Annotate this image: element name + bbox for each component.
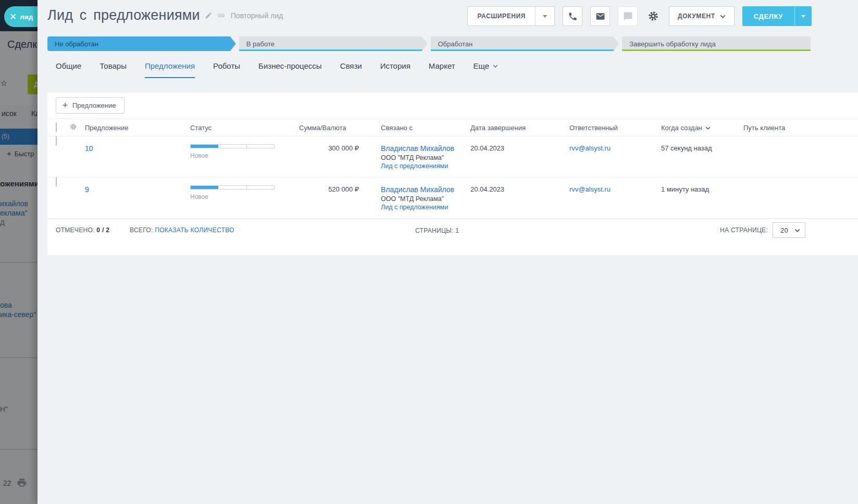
col-responsible[interactable]: Ответственный bbox=[569, 124, 661, 132]
tab-general[interactable]: Общие bbox=[56, 61, 81, 78]
status-cell: Новое bbox=[190, 178, 299, 218]
caret-down-icon bbox=[801, 15, 805, 18]
col-close-date[interactable]: Дата завершения bbox=[470, 124, 569, 132]
document-button-label: ДОКУМЕНТ bbox=[678, 12, 715, 20]
offers-grid-card: + Предложение Предложение Статус Сумма/В… bbox=[47, 93, 858, 255]
caret-down-icon bbox=[543, 15, 547, 18]
extensions-dropdown-arrow[interactable] bbox=[535, 7, 554, 26]
contact-link[interactable]: Владислав Михайлов bbox=[381, 144, 454, 153]
phone-icon bbox=[568, 11, 578, 21]
related-cell: Владислав Михайлов ООО "МТД Реклама" Лид… bbox=[381, 178, 470, 218]
close-date-cell: 20.04.2023 bbox=[470, 136, 569, 177]
created-cell: 57 секунд назад bbox=[661, 136, 743, 177]
create-deal-button[interactable]: СДЕЛКУ bbox=[742, 6, 812, 26]
add-offer-button[interactable]: + Предложение bbox=[56, 97, 125, 114]
status-label: Новое bbox=[190, 152, 299, 159]
extensions-button[interactable]: РАСШИРЕНИЯ bbox=[467, 6, 555, 26]
copy-link-icon[interactable] bbox=[217, 11, 225, 19]
related-cell: Владислав Михайлов ООО "МТД Реклама" Лид… bbox=[381, 136, 470, 177]
company-name: ООО "МТД Реклама" bbox=[381, 154, 470, 161]
slider-close-chip[interactable]: ✕ лид bbox=[4, 6, 38, 27]
detail-tabs: Общие Товары Предложения Роботы Бизнес-п… bbox=[56, 61, 498, 78]
created-cell: 1 минуту назад bbox=[661, 178, 743, 218]
tab-history[interactable]: История bbox=[380, 61, 411, 78]
status-label: Новое bbox=[190, 193, 299, 200]
screen: Сделки Д исокКал (5) +Быстр ожениями иха… bbox=[0, 0, 858, 504]
checked-label: ОТМЕЧЕНО: bbox=[56, 226, 95, 234]
deal-dropdown-arrow[interactable] bbox=[794, 6, 812, 26]
amount-cell: 300 000 ₽ bbox=[299, 136, 381, 177]
tab-robots[interactable]: Роботы bbox=[213, 61, 240, 78]
offer-id-link[interactable]: 9 bbox=[85, 185, 89, 194]
table-row: 10 Новое 300 000 ₽ Владислав Михайлов ОО… bbox=[47, 136, 858, 178]
slider-entity-label: лид bbox=[20, 13, 33, 21]
total-label: ВСЕГО: bbox=[130, 226, 153, 234]
status-cell: Новое bbox=[190, 136, 299, 177]
pages-value: 1 bbox=[455, 227, 459, 234]
stage-processed[interactable]: Обработан bbox=[431, 36, 619, 51]
chevron-down-icon bbox=[493, 65, 498, 68]
close-date-cell: 20.04.2023 bbox=[470, 178, 569, 218]
col-client-path[interactable]: Путь клиента bbox=[743, 124, 858, 132]
chat-icon bbox=[623, 11, 633, 21]
responsible-link[interactable]: rvv@alsyst.ru bbox=[569, 144, 611, 152]
settings-button[interactable] bbox=[645, 6, 661, 26]
row-checkbox[interactable] bbox=[56, 177, 57, 187]
gear-icon bbox=[648, 10, 659, 22]
col-offer[interactable]: Предложение bbox=[85, 124, 190, 132]
client-path-cell bbox=[743, 136, 858, 177]
status-progress-bar[interactable] bbox=[190, 185, 275, 190]
create-deal-label: СДЕЛКУ bbox=[742, 6, 794, 26]
sort-chevron-icon bbox=[705, 127, 711, 130]
tab-more[interactable]: Еще bbox=[474, 61, 499, 78]
show-count-link[interactable]: ПОКАЗАТЬ КОЛИЧЕСТВО bbox=[155, 226, 234, 234]
per-page-select[interactable]: 20 bbox=[773, 222, 805, 238]
pages-label: СТРАНИЦЫ: bbox=[415, 227, 454, 234]
stage-in-progress[interactable]: В работе bbox=[239, 36, 428, 51]
responsible-link[interactable]: rvv@alsyst.ru bbox=[569, 185, 611, 193]
checked-count: 0 / 2 bbox=[96, 226, 109, 234]
modal-overlay[interactable] bbox=[0, 0, 38, 504]
email-button[interactable] bbox=[590, 6, 610, 26]
chevron-down-icon bbox=[794, 229, 800, 232]
col-related[interactable]: Связано с bbox=[381, 124, 470, 132]
select-all-checkbox[interactable] bbox=[56, 122, 57, 132]
company-name: ООО "МТД Реклама" bbox=[381, 195, 470, 203]
repeat-lead-badge: Повторный лид bbox=[231, 11, 283, 20]
per-page-label: НА СТРАНИЦЕ: bbox=[720, 226, 768, 234]
chat-button[interactable] bbox=[618, 6, 638, 26]
offer-id-link[interactable]: 10 bbox=[85, 144, 93, 153]
tab-business-processes[interactable]: Бизнес-процессы bbox=[258, 61, 322, 78]
close-icon: ✕ bbox=[9, 12, 17, 21]
tab-offers[interactable]: Предложения bbox=[145, 61, 195, 78]
extensions-button-label: РАСШИРЕНИЯ bbox=[468, 7, 535, 26]
amount-cell: 520 000 ₽ bbox=[299, 178, 381, 218]
table-header: Предложение Статус Сумма/Валюта Связано … bbox=[47, 119, 858, 136]
stage-finish-processing[interactable]: Завершить обработку лида bbox=[622, 36, 811, 51]
contact-link[interactable]: Владислав Михайлов bbox=[381, 185, 454, 194]
row-checkbox[interactable] bbox=[56, 136, 57, 146]
page-title: Лид с предложениями bbox=[47, 7, 200, 23]
col-amount[interactable]: Сумма/Валюта bbox=[299, 124, 381, 132]
plus-icon: + bbox=[63, 100, 68, 109]
lead-link[interactable]: Лид с предложениями bbox=[381, 204, 448, 211]
chevron-down-icon bbox=[720, 15, 726, 18]
stage-not-processed[interactable]: Не обработан bbox=[47, 36, 236, 51]
call-button[interactable] bbox=[563, 6, 582, 26]
lead-detail-panel: Лид с предложениями Повторный лид РАСШИР… bbox=[38, 0, 858, 504]
tab-relations[interactable]: Связи bbox=[340, 61, 362, 78]
grid-footer: ОТМЕЧЕНО: 0 / 2 ВСЕГО: ПОКАЗАТЬ КОЛИЧЕСТ… bbox=[47, 219, 858, 241]
background-page: Сделки Д исокКал (5) +Быстр ожениями иха… bbox=[0, 0, 38, 504]
edit-title-icon[interactable] bbox=[205, 11, 213, 19]
col-created[interactable]: Когда создан bbox=[661, 124, 743, 132]
document-button[interactable]: ДОКУМЕНТ bbox=[669, 6, 735, 26]
status-progress-bar[interactable] bbox=[190, 144, 275, 148]
client-path-cell bbox=[743, 178, 858, 218]
envelope-icon bbox=[595, 11, 605, 21]
tab-products[interactable]: Товары bbox=[100, 61, 127, 78]
lead-link[interactable]: Лид с предложениями bbox=[381, 162, 448, 170]
col-status[interactable]: Статус bbox=[190, 124, 299, 132]
grid-settings-gear-icon[interactable] bbox=[69, 123, 77, 131]
lead-stage-bar: Не обработан В работе Обработан Завершит… bbox=[47, 36, 811, 51]
tab-market[interactable]: Маркет bbox=[429, 61, 455, 78]
